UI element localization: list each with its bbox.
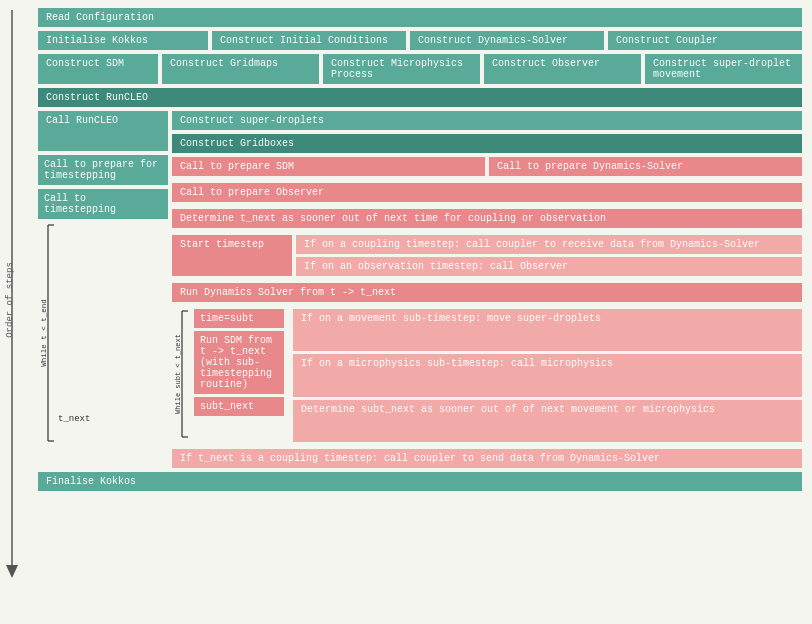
if-coupling-send-box: If t_next is a coupling timestep: call c… [172, 449, 802, 468]
call-runcleo-label: Call RunCLEO [46, 115, 118, 126]
construct-gridboxes-box: Construct Gridboxes [172, 134, 802, 153]
construct-super-move-label: Construct super-droplet movement [653, 58, 791, 80]
inner-right-col: If on a movement sub-timestep: move supe… [293, 309, 802, 442]
row-2: Initialise Kokkos Construct Initial Cond… [38, 31, 802, 50]
timestepping-section-left: Call to timestepping While t < t_end [38, 189, 168, 424]
construct-gridmaps-label: Construct Gridmaps [170, 58, 278, 69]
time-subt-box: time=subt [194, 309, 284, 328]
sdm-col: time=subt Run SDM from t -> t_next (with… [194, 309, 289, 442]
construct-sdm-label: Construct SDM [46, 58, 124, 69]
construct-dynamics-label: Construct Dynamics-Solver [418, 35, 568, 46]
finalise-kokkos-box: Finalise Kokkos [38, 472, 802, 491]
run-sdm-box: Run SDM from t -> t_next (with sub-times… [194, 331, 284, 394]
if-coupling-box: If on a coupling timestep: call coupler … [296, 235, 802, 254]
construct-sdm-box: Construct SDM [38, 54, 158, 84]
read-config-label: Read Configuration [46, 12, 154, 23]
call-prepare-sdm-label: Call to prepare SDM [180, 161, 294, 172]
read-config-box: Read Configuration [38, 8, 802, 27]
init-kokkos-box: Initialise Kokkos [38, 31, 208, 50]
call-timestepping-left-label: Call to timestepping [44, 193, 116, 215]
if-microphysics-label: If on a microphysics sub-timestep: call … [301, 358, 613, 369]
call-prepare-observer-box: Call to prepare Observer [172, 183, 802, 202]
determine-subt-next-label: Determine subt_next as sooner out of of … [301, 404, 715, 415]
construct-dynamics-box: Construct Dynamics-Solver [410, 31, 604, 50]
if-movement-label: If on a movement sub-timestep: move supe… [301, 313, 601, 324]
construct-micro-box: Construct Microphysics Process [323, 54, 480, 84]
construct-initial-box: Construct Initial Conditions [212, 31, 406, 50]
subt-next-box: subt_next [194, 397, 284, 416]
svg-text:Order of steps: Order of steps [5, 262, 15, 338]
determine-tnext-label: Determine t_next as sooner out of next t… [180, 213, 606, 224]
call-timestepping-left-box: Call to timestepping [38, 189, 168, 219]
right-col: Construct super-droplets Construct Gridb… [172, 111, 802, 468]
construct-gridboxes-label: Construct Gridboxes [180, 138, 294, 149]
call-prepare-dynamics-box: Call to prepare Dynamics-Solver [489, 157, 802, 176]
start-timestep-row: Start timestep If on a coupling timestep… [172, 235, 802, 276]
if-observation-box: If on an observation timestep: call Obse… [296, 257, 802, 276]
finalise-kokkos-label: Finalise Kokkos [46, 476, 136, 487]
call-prepare-sdm-box: Call to prepare SDM [172, 157, 485, 176]
if-coupling-label: If on a coupling timestep: call coupler … [304, 239, 760, 250]
row-3: Construct SDM Construct Gridmaps Constru… [38, 54, 802, 84]
svg-text:While subt < t_next: While subt < t_next [174, 334, 182, 414]
left-col: Call RunCLEO Call to prepare for timeste… [38, 111, 168, 468]
while-inner-bracket: While subt < t_next [172, 309, 190, 442]
svg-text:While t < t_end: While t < t_end [40, 299, 48, 367]
construct-coupler-label: Construct Coupler [616, 35, 718, 46]
while-inner-svg: While subt < t_next [172, 309, 190, 439]
construct-superdrops-label: Construct super-droplets [180, 115, 324, 126]
construct-gridmaps-box: Construct Gridmaps [162, 54, 319, 84]
construct-coupler-box: Construct Coupler [608, 31, 802, 50]
t-next-label: t_next [38, 414, 168, 424]
call-runcleo-box: Call RunCLEO [38, 111, 168, 151]
prepare-section-left: Call to prepare for timestepping [38, 155, 168, 185]
t-next-text: t_next [58, 414, 90, 424]
call-prepare-left-box: Call to prepare for timestepping [38, 155, 168, 185]
page-content: Read Configuration Initialise Kokkos Con… [28, 0, 812, 499]
construct-super-move-box: Construct super-droplet movement [645, 54, 802, 84]
run-sdm-label: Run SDM from t -> t_next (with sub-times… [200, 335, 272, 390]
while-bracket-svg: While t < t_end [38, 223, 56, 443]
construct-micro-label: Construct Microphysics Process [331, 58, 463, 80]
order-arrow: Order of steps [0, 0, 28, 499]
call-prepare-observer-label: Call to prepare Observer [180, 187, 324, 198]
construct-observer-label: Construct Observer [492, 58, 600, 69]
prepare-row-1: Call to prepare SDM Call to prepare Dyna… [172, 157, 802, 176]
if-microphysics-box: If on a microphysics sub-timestep: call … [293, 354, 802, 396]
init-kokkos-label: Initialise Kokkos [46, 35, 148, 46]
subt-next-label: subt_next [200, 401, 254, 412]
determine-subt-next-box: Determine subt_next as sooner out of of … [293, 400, 802, 442]
construct-runcleo-label: Construct RunCLEO [46, 92, 148, 103]
determine-tnext-box: Determine t_next as sooner out of next t… [172, 209, 802, 228]
start-timestep-label: Start timestep [180, 239, 264, 250]
construct-runcleo-box: Construct RunCLEO [38, 88, 802, 107]
svg-marker-2 [6, 565, 18, 578]
construct-superdrops-box: Construct super-droplets [172, 111, 802, 130]
call-prepare-dynamics-label: Call to prepare Dynamics-Solver [497, 161, 683, 172]
construct-initial-label: Construct Initial Conditions [220, 35, 388, 46]
time-subt-label: time=subt [200, 313, 254, 324]
run-dynamics-label: Run Dynamics Solver from t -> t_next [180, 287, 396, 298]
start-timestep-box: Start timestep [172, 235, 292, 276]
construct-observer-box: Construct Observer [484, 54, 641, 84]
if-observation-label: If on an observation timestep: call Obse… [304, 261, 568, 272]
main-container: Order of steps Read Configuration Initia… [0, 0, 812, 499]
coupling-obs-col: If on a coupling timestep: call coupler … [296, 235, 802, 276]
run-dynamics-box: Run Dynamics Solver from t -> t_next [172, 283, 802, 302]
inner-while-area: While subt < t_next time=subt Run SDM fr… [172, 309, 802, 442]
content-area: Call RunCLEO Call to prepare for timeste… [38, 111, 802, 468]
if-movement-box: If on a movement sub-timestep: move supe… [293, 309, 802, 351]
call-prepare-left-label: Call to prepare for timestepping [44, 159, 158, 181]
if-coupling-send-label: If t_next is a coupling timestep: call c… [180, 453, 660, 464]
